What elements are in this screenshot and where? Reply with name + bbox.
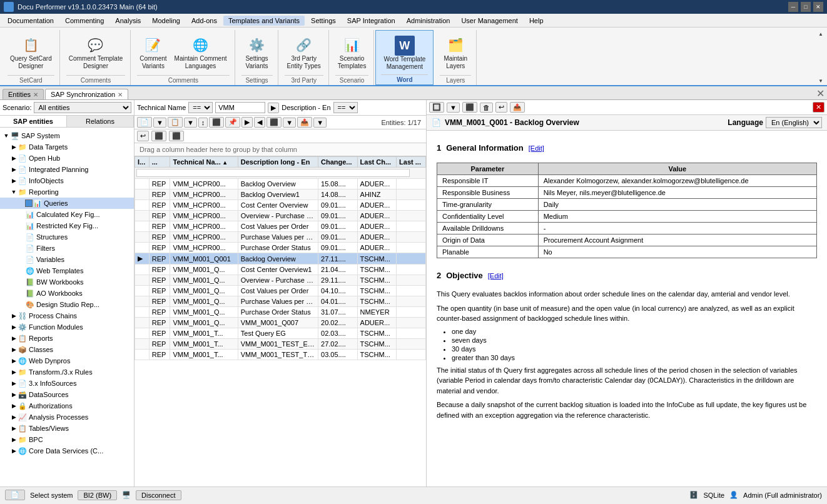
expand-data-targets[interactable]: ▶: [10, 144, 18, 150]
expand-button[interactable]: ⬛: [151, 131, 166, 141]
tree-item-transform-3x-rules[interactable]: ▶ 📁 Transform./3.x Rules: [0, 366, 134, 378]
expand-web-dynpros[interactable]: ▶: [10, 358, 18, 364]
tree-item-sap-system[interactable]: ▼ 🖥️ SAP System: [0, 130, 134, 141]
rt-btn-delete[interactable]: 🗑: [480, 103, 493, 113]
tree-item-open-hub[interactable]: ▶ 📄 Open Hub: [0, 153, 134, 164]
rt-btn-1[interactable]: 🔲: [429, 102, 444, 113]
tree-item-datasources[interactable]: ▶ 🗃️ DataSources: [0, 389, 134, 400]
expand-analysis-processes[interactable]: ▶: [10, 414, 18, 420]
expand-open-hub[interactable]: ▶: [10, 155, 18, 161]
queries-checkbox[interactable]: [25, 199, 33, 207]
table-row[interactable]: REP VMM_HCPR00... Backlog Overview1 14.0…: [135, 189, 426, 200]
table-row[interactable]: ▶ REP VMM_M001_Q001 Backlog Overview 27.…: [135, 253, 426, 265]
disconnect-button[interactable]: Disconnect: [136, 490, 181, 500]
table-row[interactable]: REP VMM_M001_T... VMM_M001_TEST_EG_2 27.…: [135, 339, 426, 350]
tab-entities-close[interactable]: ✕: [33, 91, 38, 98]
expand-reporting[interactable]: ▼: [10, 189, 18, 195]
col-header-changed[interactable]: Change...: [318, 157, 358, 168]
table-row[interactable]: REP VMM_M001_Q... Purchase Order Status …: [135, 307, 426, 318]
ribbon-scroll-control[interactable]: ▲ ▼: [817, 30, 824, 85]
rt-btn-export[interactable]: 📤: [510, 102, 525, 113]
toolbar-btn-11[interactable]: ▼: [283, 118, 296, 128]
expand-process-chains[interactable]: ▶: [10, 313, 18, 319]
tree-item-integrated-planning[interactable]: ▶ 📄 Integrated Planning: [0, 164, 134, 175]
tree-item-variables[interactable]: 📄 Variables: [0, 254, 134, 265]
col-header-lastch[interactable]: Last Ch...: [357, 157, 397, 168]
refresh-button[interactable]: ↩: [137, 131, 149, 141]
tree-item-3x-infosources[interactable]: ▶ 📄 3.x InfoSources: [0, 378, 134, 389]
tree-item-bw-workbooks[interactable]: 📗 BW Workbooks: [0, 276, 134, 288]
menu-help[interactable]: Help: [524, 16, 549, 26]
word-template-management-button[interactable]: W Word TemplateManagement: [381, 34, 428, 72]
column-filter-input[interactable]: [136, 169, 410, 177]
relations-tab[interactable]: Relations: [67, 116, 134, 127]
col-header-description[interactable]: Description long - En: [238, 157, 318, 168]
col-header-type[interactable]: ...: [149, 157, 170, 168]
tree-item-web-templates[interactable]: 🌐 Web Templates: [0, 265, 134, 276]
menu-analysis[interactable]: Analysis: [110, 16, 146, 26]
right-panel-close[interactable]: ✕: [813, 102, 824, 113]
description-operator-select[interactable]: ==: [333, 102, 358, 113]
close-button[interactable]: ✕: [813, 2, 823, 12]
maximize-button[interactable]: □: [801, 2, 811, 12]
rt-btn-3[interactable]: ⬛: [462, 102, 477, 113]
menu-modeling[interactable]: Modeling: [147, 16, 185, 26]
menu-sap-integration[interactable]: SAP Integration: [342, 16, 400, 26]
table-row[interactable]: REP VMM_M001_Q... Overview - Purchase O.…: [135, 275, 426, 286]
collapse-button[interactable]: ⬛: [169, 131, 184, 141]
menu-documentation[interactable]: Documentation: [3, 16, 59, 26]
ribbon-scroll-up[interactable]: ▲: [818, 31, 823, 37]
tree-item-queries[interactable]: 📊 Queries: [0, 198, 134, 209]
tree-item-infoobjects[interactable]: ▶ 📄 InfoObjects: [0, 175, 134, 186]
tree-item-authorizations[interactable]: ▶ 🔒 Authorizations: [0, 400, 134, 411]
sap-entities-tab[interactable]: SAP entities: [0, 116, 67, 127]
toolbar-btn-5[interactable]: ↕: [198, 118, 208, 128]
tree-item-process-chains[interactable]: ▶ ⛓️ Process Chains: [0, 310, 134, 321]
section2-edit-link[interactable]: [Edit]: [488, 272, 504, 280]
scenario-select[interactable]: All entities: [34, 102, 131, 113]
tree-item-core-data-services[interactable]: ▶ 🌐 Core Data Services (C...: [0, 445, 134, 456]
expand-integrated-planning[interactable]: ▶: [10, 166, 18, 173]
col-header-indicator[interactable]: I...: [135, 157, 150, 168]
table-row[interactable]: REP VMM_M001_T... VMM_M001_TEST_TRA... 0…: [135, 350, 426, 360]
table-row[interactable]: REP VMM_HCPR00... Cost Center Overview 0…: [135, 200, 426, 211]
tree-item-function-modules[interactable]: ▶ ⚙️ Function Modules: [0, 321, 134, 333]
comment-template-designer-button[interactable]: 💬 Comment TemplateDesigner: [66, 34, 126, 71]
expand-bpc[interactable]: ▶: [10, 436, 18, 443]
tab-entities[interactable]: Entities ✕: [3, 89, 44, 99]
tabs-close-all[interactable]: ✕: [816, 88, 824, 99]
operator-select[interactable]: ==: [188, 102, 213, 113]
menu-administration[interactable]: Administration: [402, 16, 455, 26]
toolbar-btn-10[interactable]: ⬛: [266, 117, 282, 128]
expand-authorizations[interactable]: ▶: [10, 403, 18, 409]
language-select[interactable]: En (English): [766, 117, 822, 128]
toolbar-btn-2[interactable]: ▼: [153, 118, 166, 128]
comment-variants-button[interactable]: 📝 CommentVariants: [137, 34, 169, 71]
col-header-last[interactable]: Last ...: [397, 157, 426, 168]
toolbar-btn-8[interactable]: ▶: [241, 117, 253, 128]
minimize-button[interactable]: ─: [788, 2, 798, 12]
expand-transform-3x-rules[interactable]: ▶: [10, 369, 18, 375]
table-row[interactable]: REP VMM_M001_Q... Cost Values per Order …: [135, 286, 426, 296]
filter-input[interactable]: [215, 102, 265, 113]
tree-item-reports[interactable]: ▶ 📋 Reports: [0, 333, 134, 344]
rt-btn-refresh[interactable]: ↩: [495, 102, 507, 113]
table-row[interactable]: REP VMM_M001_Q... VMM_M001_Q007 20.02...…: [135, 318, 426, 328]
tree-item-analysis-processes[interactable]: ▶ 📈 Analysis Processes: [0, 411, 134, 423]
ribbon-scroll-down[interactable]: ▼: [818, 78, 823, 84]
system-value-button[interactable]: BI2 (BW): [78, 490, 117, 500]
menu-addons[interactable]: Add-ons: [186, 16, 222, 26]
maintain-comment-languages-button[interactable]: 🌐 Maintain CommentLanguages: [172, 34, 230, 71]
toolbar-btn-13[interactable]: ▼: [313, 118, 327, 128]
tree-item-tables-views[interactable]: ▶ 📋 Tables/Views: [0, 423, 134, 434]
tree-item-calculated-key-fig[interactable]: 📊 Calculated Key Fig...: [0, 209, 134, 220]
expand-function-modules[interactable]: ▶: [10, 324, 18, 330]
3rd-party-entity-types-button[interactable]: 🔗 3rd PartyEntity Types: [285, 34, 323, 71]
table-row[interactable]: REP VMM_HCPR00... Purchase Values per Or…: [135, 232, 426, 243]
statusbar-icon-btn[interactable]: 📄: [5, 490, 25, 500]
filter-apply-button[interactable]: ▶: [268, 103, 279, 113]
expand-tables-views[interactable]: ▶: [10, 425, 18, 431]
rt-btn-2[interactable]: ▼: [447, 103, 460, 113]
col-header-technical[interactable]: Technical Na...: [170, 157, 238, 168]
table-row[interactable]: REP VMM_HCPR00... Cost Values per Order …: [135, 221, 426, 232]
